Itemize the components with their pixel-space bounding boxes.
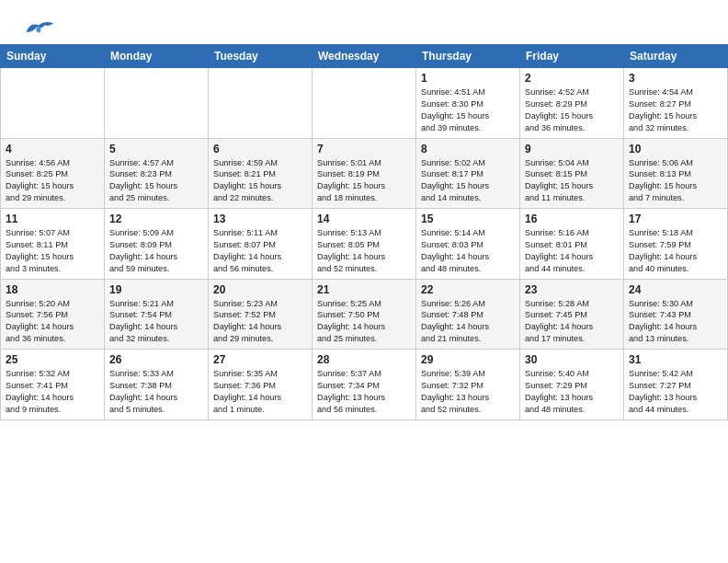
calendar-cell: 10Sunrise: 5:06 AM Sunset: 8:13 PM Dayli…	[624, 138, 728, 209]
day-number: 9	[525, 143, 619, 155]
cell-content: Sunrise: 5:14 AM Sunset: 8:03 PM Dayligh…	[421, 227, 515, 275]
cell-content: Sunrise: 5:20 AM Sunset: 7:56 PM Dayligh…	[6, 298, 99, 346]
calendar-cell: 21Sunrise: 5:25 AM Sunset: 7:50 PM Dayli…	[313, 279, 416, 350]
calendar-cell: 27Sunrise: 5:35 AM Sunset: 7:36 PM Dayli…	[209, 350, 313, 420]
calendar-table: SundayMondayTuesdayWednesdayThursdayFrid…	[0, 44, 728, 420]
day-number: 25	[6, 353, 99, 366]
day-number: 8	[421, 143, 515, 155]
cell-content: Sunrise: 5:09 AM Sunset: 8:09 PM Dayligh…	[109, 227, 203, 275]
day-number: 13	[213, 213, 307, 225]
calendar-cell: 24Sunrise: 5:30 AM Sunset: 7:43 PM Dayli…	[624, 279, 728, 350]
day-number: 23	[525, 283, 619, 296]
cell-content: Sunrise: 5:21 AM Sunset: 7:54 PM Dayligh…	[109, 298, 203, 346]
day-number: 16	[525, 213, 619, 225]
cell-content: Sunrise: 5:06 AM Sunset: 8:13 PM Dayligh…	[629, 157, 722, 205]
calendar-cell: 28Sunrise: 5:37 AM Sunset: 7:34 PM Dayli…	[313, 350, 416, 420]
calendar-week-row: 4Sunrise: 4:56 AM Sunset: 8:25 PM Daylig…	[1, 138, 728, 209]
cell-content: Sunrise: 4:52 AM Sunset: 8:29 PM Dayligh…	[525, 86, 619, 134]
calendar-week-row: 11Sunrise: 5:07 AM Sunset: 8:11 PM Dayli…	[1, 209, 728, 280]
calendar-week-row: 25Sunrise: 5:32 AM Sunset: 7:41 PM Dayli…	[1, 350, 728, 420]
calendar-cell: 20Sunrise: 5:23 AM Sunset: 7:52 PM Dayli…	[209, 279, 313, 350]
calendar-cell: 1Sunrise: 4:51 AM Sunset: 8:30 PM Daylig…	[416, 68, 520, 139]
day-number: 27	[213, 353, 307, 366]
calendar-cell: 30Sunrise: 5:40 AM Sunset: 7:29 PM Dayli…	[520, 350, 624, 420]
cell-content: Sunrise: 5:33 AM Sunset: 7:38 PM Dayligh…	[109, 368, 203, 416]
day-number: 6	[213, 143, 307, 155]
calendar-cell: 13Sunrise: 5:11 AM Sunset: 8:07 PM Dayli…	[209, 209, 313, 280]
calendar-cell: 18Sunrise: 5:20 AM Sunset: 7:56 PM Dayli…	[1, 279, 105, 350]
calendar-cell: 22Sunrise: 5:26 AM Sunset: 7:48 PM Dayli…	[416, 279, 520, 350]
weekday-header-thursday: Thursday	[416, 45, 520, 68]
logo	[22, 15, 59, 40]
cell-content: Sunrise: 5:23 AM Sunset: 7:52 PM Dayligh…	[213, 298, 307, 346]
calendar-cell: 23Sunrise: 5:28 AM Sunset: 7:45 PM Dayli…	[520, 279, 624, 350]
cell-content: Sunrise: 5:37 AM Sunset: 7:34 PM Dayligh…	[317, 368, 411, 416]
calendar-cell: 26Sunrise: 5:33 AM Sunset: 7:38 PM Dayli…	[105, 350, 209, 420]
day-number: 21	[317, 283, 411, 296]
calendar-cell: 16Sunrise: 5:16 AM Sunset: 8:01 PM Dayli…	[520, 209, 624, 280]
cell-content: Sunrise: 5:01 AM Sunset: 8:19 PM Dayligh…	[317, 157, 411, 205]
calendar-cell: 9Sunrise: 5:04 AM Sunset: 8:15 PM Daylig…	[520, 138, 624, 209]
weekday-header-wednesday: Wednesday	[313, 45, 416, 68]
calendar-cell	[313, 68, 416, 139]
day-number: 3	[629, 72, 722, 85]
cell-content: Sunrise: 5:16 AM Sunset: 8:01 PM Dayligh…	[525, 227, 619, 275]
day-number: 7	[317, 143, 411, 155]
cell-content: Sunrise: 5:35 AM Sunset: 7:36 PM Dayligh…	[213, 368, 307, 416]
day-number: 30	[525, 353, 619, 366]
calendar-cell: 8Sunrise: 5:02 AM Sunset: 8:17 PM Daylig…	[416, 138, 520, 209]
day-number: 29	[421, 353, 515, 366]
day-number: 26	[109, 353, 203, 366]
cell-content: Sunrise: 4:54 AM Sunset: 8:27 PM Dayligh…	[629, 86, 722, 134]
cell-content: Sunrise: 4:56 AM Sunset: 8:25 PM Dayligh…	[6, 157, 99, 205]
day-number: 18	[6, 283, 99, 296]
day-number: 24	[629, 283, 722, 296]
cell-content: Sunrise: 5:40 AM Sunset: 7:29 PM Dayligh…	[525, 368, 619, 416]
weekday-header-row: SundayMondayTuesdayWednesdayThursdayFrid…	[1, 45, 728, 68]
day-number: 1	[421, 72, 515, 85]
calendar-cell: 14Sunrise: 5:13 AM Sunset: 8:05 PM Dayli…	[313, 209, 416, 280]
weekday-header-saturday: Saturday	[624, 45, 728, 68]
day-number: 22	[421, 283, 515, 296]
cell-content: Sunrise: 5:30 AM Sunset: 7:43 PM Dayligh…	[629, 298, 722, 346]
cell-content: Sunrise: 5:42 AM Sunset: 7:27 PM Dayligh…	[629, 368, 722, 416]
cell-content: Sunrise: 5:25 AM Sunset: 7:50 PM Dayligh…	[317, 298, 411, 346]
calendar-cell: 3Sunrise: 4:54 AM Sunset: 8:27 PM Daylig…	[624, 68, 728, 139]
cell-content: Sunrise: 4:59 AM Sunset: 8:21 PM Dayligh…	[213, 157, 307, 205]
cell-content: Sunrise: 5:11 AM Sunset: 8:07 PM Dayligh…	[213, 227, 307, 275]
day-number: 5	[109, 143, 203, 155]
cell-content: Sunrise: 5:02 AM Sunset: 8:17 PM Dayligh…	[421, 157, 515, 205]
calendar-cell: 31Sunrise: 5:42 AM Sunset: 7:27 PM Dayli…	[624, 350, 728, 420]
day-number: 17	[629, 213, 722, 225]
cell-content: Sunrise: 5:07 AM Sunset: 8:11 PM Dayligh…	[6, 227, 99, 275]
day-number: 4	[6, 143, 99, 155]
cell-content: Sunrise: 4:57 AM Sunset: 8:23 PM Dayligh…	[109, 157, 203, 205]
day-number: 12	[109, 213, 203, 225]
day-number: 19	[109, 283, 203, 296]
cell-content: Sunrise: 5:28 AM Sunset: 7:45 PM Dayligh…	[525, 298, 619, 346]
day-number: 2	[525, 72, 619, 85]
cell-content: Sunrise: 5:18 AM Sunset: 7:59 PM Dayligh…	[629, 227, 722, 275]
calendar-cell	[105, 68, 209, 139]
logo-icon	[22, 15, 55, 40]
cell-content: Sunrise: 5:13 AM Sunset: 8:05 PM Dayligh…	[317, 227, 411, 275]
calendar-cell: 5Sunrise: 4:57 AM Sunset: 8:23 PM Daylig…	[105, 138, 209, 209]
page-header	[0, 0, 728, 44]
day-number: 31	[629, 353, 722, 366]
weekday-header-friday: Friday	[520, 45, 624, 68]
calendar-cell: 4Sunrise: 4:56 AM Sunset: 8:25 PM Daylig…	[1, 138, 105, 209]
day-number: 28	[317, 353, 411, 366]
cell-content: Sunrise: 5:32 AM Sunset: 7:41 PM Dayligh…	[6, 368, 99, 416]
calendar-cell: 11Sunrise: 5:07 AM Sunset: 8:11 PM Dayli…	[1, 209, 105, 280]
day-number: 15	[421, 213, 515, 225]
day-number: 11	[6, 213, 99, 225]
calendar-week-row: 1Sunrise: 4:51 AM Sunset: 8:30 PM Daylig…	[1, 68, 728, 139]
calendar-cell: 25Sunrise: 5:32 AM Sunset: 7:41 PM Dayli…	[1, 350, 105, 420]
weekday-header-tuesday: Tuesday	[209, 45, 313, 68]
calendar-cell: 2Sunrise: 4:52 AM Sunset: 8:29 PM Daylig…	[520, 68, 624, 139]
calendar-week-row: 18Sunrise: 5:20 AM Sunset: 7:56 PM Dayli…	[1, 279, 728, 350]
calendar-cell: 6Sunrise: 4:59 AM Sunset: 8:21 PM Daylig…	[209, 138, 313, 209]
cell-content: Sunrise: 5:39 AM Sunset: 7:32 PM Dayligh…	[421, 368, 515, 416]
calendar-cell: 7Sunrise: 5:01 AM Sunset: 8:19 PM Daylig…	[313, 138, 416, 209]
calendar-cell: 12Sunrise: 5:09 AM Sunset: 8:09 PM Dayli…	[105, 209, 209, 280]
